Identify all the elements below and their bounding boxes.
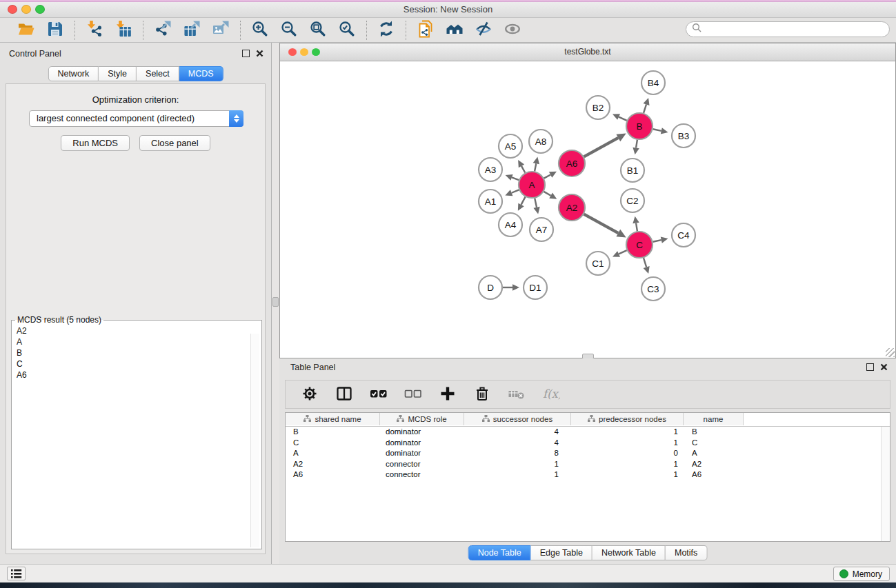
graph-node-C4[interactable]: C4 [672,223,695,247]
run-mcds-button[interactable]: Run MCDS [61,135,130,151]
network-graph-canvas[interactable]: AA1A3A4A5A7A8A6A2BB1B2B3B4CC1C2C3C4DD1 [280,61,895,358]
graph-node-C[interactable]: C [626,232,653,258]
table-panel-float-button[interactable] [866,363,875,372]
export-table-button[interactable] [181,19,203,41]
import-table-button[interactable] [112,19,135,41]
graph-node-B3[interactable]: B3 [672,124,695,148]
tab-node-table[interactable]: Node Table [468,545,531,560]
result-scrollbar[interactable] [250,334,259,547]
close-panel-button[interactable]: Close panel [139,135,210,151]
refresh-view-icon [377,20,395,40]
table-cell: C [684,438,744,449]
graph-node-B[interactable]: B [626,113,653,139]
table-cell: connector [380,459,464,470]
delete-row-button[interactable] [470,383,494,406]
zoom-out-button[interactable] [278,19,300,41]
copy-network-button[interactable] [415,19,437,41]
column-header-name[interactable]: name [684,413,744,425]
graph-node-A3[interactable]: A3 [479,158,502,181]
table-row[interactable]: Adominator80A [286,448,890,459]
mcds-result-item[interactable]: B [14,347,259,358]
tab-style[interactable]: Style [99,66,137,81]
resize-corner[interactable] [886,348,895,357]
open-file-button[interactable] [15,19,37,41]
graph-node-B1[interactable]: B1 [621,159,644,182]
graph-node-A8[interactable]: A8 [529,130,552,153]
svg-text:A6: A6 [566,159,578,169]
graph-node-D[interactable]: D [479,276,502,299]
graph-node-A2[interactable]: A2 [559,194,585,221]
export-network-button[interactable] [152,19,174,41]
save-session-button[interactable] [44,19,66,41]
graph-node-B2[interactable]: B2 [586,96,610,119]
graph-node-A6[interactable]: A6 [559,150,585,176]
svg-text:D1: D1 [529,283,541,293]
mcds-result-item[interactable]: C [14,358,259,369]
column-header-MCDS-role[interactable]: MCDS role [380,413,464,425]
column-header-predecessor-nodes[interactable]: predecessor nodes [571,413,684,425]
search-input[interactable] [706,23,889,37]
graph-node-A[interactable]: A [519,172,545,198]
settings-button[interactable] [298,383,321,406]
network-window-titlebar: testGlobe.txt [280,43,895,61]
hide-graphics-details-button[interactable] [472,19,495,41]
table-row[interactable]: A2connector11A2 [286,459,890,470]
home-view-button[interactable] [444,19,466,41]
tab-select[interactable]: Select [137,66,179,81]
column-header-successor-nodes[interactable]: successor nodes [464,413,571,425]
table-row[interactable]: Cdominator41C [286,438,890,449]
zoom-in-button[interactable] [249,19,271,41]
graph-node-C1[interactable]: C1 [586,252,610,275]
memory-button[interactable]: Memory [833,567,890,581]
mcds-result-item[interactable]: A2 [14,325,259,336]
graph-node-C3[interactable]: C3 [641,277,665,301]
network-window-title: testGlobe.txt [280,47,895,57]
control-panel-close-button[interactable] [255,49,264,58]
column-view-icon [335,385,353,405]
task-history-button[interactable] [7,567,26,580]
table-panel-close-button[interactable] [879,363,888,372]
tab-network[interactable]: Network [48,66,99,81]
desktop-edge-bottom [0,582,896,588]
mcds-result-item[interactable]: A6 [14,369,259,381]
control-panel-float-button[interactable] [241,49,250,58]
tab-mcds[interactable]: MCDS [179,66,223,81]
table-row[interactable]: Bdominator41B [286,427,890,438]
column-type-icon [397,415,404,423]
zoom-fit-button[interactable] [307,19,329,41]
add-row-button[interactable] [436,383,459,406]
column-type-icon [303,415,311,423]
graph-node-A5[interactable]: A5 [499,134,522,158]
column-view-button[interactable] [332,383,356,406]
refresh-view-button[interactable] [375,19,397,41]
column-header-shared-name[interactable]: shared name [286,413,380,425]
graph-node-A4[interactable]: A4 [499,213,522,236]
add-row-icon [439,385,457,405]
graph-node-A7[interactable]: A7 [530,218,553,241]
table-cell: dominator [380,448,464,459]
graph-node-A1[interactable]: A1 [479,190,502,213]
deselect-all-button[interactable] [401,383,425,406]
table-cell: connector [380,469,464,480]
table-row[interactable]: A6connector11A6 [286,469,890,480]
show-graphics-details-button[interactable] [501,19,524,41]
svg-text:A: A [528,180,535,190]
export-image-button[interactable] [210,19,232,41]
svg-text:A5: A5 [505,141,517,152]
tab-motifs[interactable]: Motifs [666,545,707,560]
select-all-button[interactable] [367,383,390,406]
import-network-button[interactable] [83,19,106,41]
svg-text:A8: A8 [535,136,547,147]
tab-edge-table[interactable]: Edge Table [531,545,593,560]
graph-node-D1[interactable]: D1 [524,276,547,299]
graph-node-C2[interactable]: C2 [621,189,644,212]
graph-node-B4[interactable]: B4 [641,71,665,94]
tab-network-table[interactable]: Network Table [593,545,666,560]
zoom-selected-button[interactable] [336,19,358,41]
optimization-criterion-select[interactable]: largest connected component (directed) [29,110,243,127]
svg-text:A1: A1 [485,196,497,207]
edge-B-B1 [633,140,639,155]
mcds-result-item[interactable]: A [14,336,259,347]
panel-split-handle[interactable] [272,297,279,307]
table-cell: 0 [571,448,684,459]
